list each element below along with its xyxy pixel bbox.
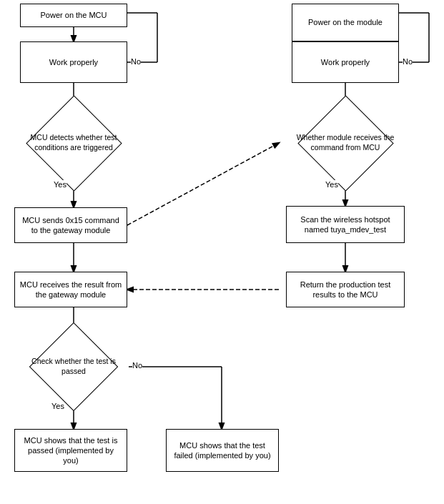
svg-line-19 [127,143,279,225]
mcu-power-box: Power on the MCU [20,4,127,27]
mod-work-no-label: No [403,57,413,66]
mcu-work-label: Work properly [49,57,98,67]
mod-work-box: Work properly [292,41,399,83]
mcu-detects-diamond: MCU detects whether test conditions are … [13,109,134,177]
mod-power-label: Power on the module [308,17,383,27]
mcu-pass-label: MCU shows that the test is passed (imple… [19,435,122,466]
mod-scan-box: Scan the wireless hotspot named tuya_mde… [286,206,405,243]
flowchart-diagram: Power on the MCU Work properly No MCU de… [0,0,444,504]
mcu-check-label: Check whether the test is passed [31,357,116,375]
mod-scan-label: Scan the wireless hotspot named tuya_mde… [291,214,400,235]
mod-return-box: Return the production test results to th… [286,272,405,307]
mod-command-label: Whether module receives the command from… [297,133,395,152]
mcu-check-yes-label: Yes [51,402,64,410]
mcu-check-no-label: No [132,361,142,370]
mod-command-diamond: Whether module receives the command from… [285,109,406,177]
mcu-sends-box: MCU sends 0x15 command to the gateway mo… [14,207,127,243]
mod-work-label: Work properly [321,57,370,67]
mcu-work-no-label: No [131,57,141,66]
mcu-fail-box: MCU shows that the test failed (implemen… [166,429,279,472]
mcu-fail-label: MCU shows that the test failed (implemen… [171,440,274,461]
mcu-work-box: Work properly [20,41,127,83]
mcu-pass-box: MCU shows that the test is passed (imple… [14,429,127,472]
mcu-sends-label: MCU sends 0x15 command to the gateway mo… [19,215,122,236]
mcu-detects-label: MCU detects whether test conditions are … [31,133,117,152]
mcu-check-diamond: Check whether the test is passed [13,335,134,399]
mcu-receives-box: MCU receives the result from the gateway… [14,272,127,307]
mod-return-label: Return the production test results to th… [291,280,400,300]
mcu-power-label: Power on the MCU [41,10,107,20]
mcu-receives-label: MCU receives the result from the gateway… [19,280,122,300]
mcu-detects-yes-label: Yes [54,180,66,189]
mod-command-yes-label: Yes [325,180,338,189]
mod-power-box: Power on the module [292,4,399,41]
